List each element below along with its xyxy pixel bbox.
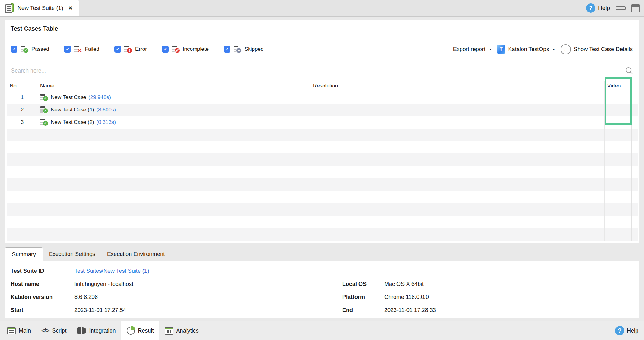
platform-value: Chrome 118.0.0.0 bbox=[384, 294, 639, 300]
pie-chart-icon bbox=[127, 327, 135, 335]
test-case-name: New Test Case bbox=[51, 94, 86, 101]
incomplete-status-icon bbox=[172, 45, 180, 53]
tab-script[interactable]: Script bbox=[36, 321, 72, 340]
chevron-down-icon bbox=[552, 47, 556, 52]
column-header-name[interactable]: Name bbox=[38, 81, 310, 91]
katalon-version-label: Katalon version bbox=[11, 294, 74, 300]
start-label: Start bbox=[11, 307, 74, 314]
analytics-icon bbox=[165, 327, 173, 335]
katalon-testops-button[interactable]: Katalon TestOps bbox=[497, 45, 556, 54]
chevron-down-icon bbox=[488, 47, 492, 52]
test-case-row[interactable]: 2 New Test Case (1) (8.600s) bbox=[7, 104, 638, 116]
filter-skipped[interactable]: Skipped bbox=[224, 45, 263, 53]
search-icon bbox=[624, 66, 634, 77]
passed-status-icon bbox=[40, 94, 48, 101]
filter-label: Passed bbox=[31, 46, 49, 52]
test-case-row[interactable]: 1 New Test Case (29.948s) bbox=[7, 91, 638, 104]
section-title: Test Cases Table bbox=[11, 25, 58, 32]
host-name-label: Host name bbox=[11, 281, 74, 287]
empty-table-row[interactable] bbox=[7, 178, 638, 191]
table-body: 1 New Test Case (29.948s) 2 bbox=[7, 91, 638, 241]
failed-checkbox[interactable] bbox=[64, 46, 71, 53]
test-case-row[interactable]: 3 New Test Case (2) (0.313s) bbox=[7, 116, 638, 129]
show-test-case-details-button[interactable]: Show Test Case Details bbox=[561, 44, 633, 54]
test-suite-id-link[interactable]: Test Suites/New Test Suite (1) bbox=[74, 268, 149, 274]
skipped-status-icon bbox=[233, 45, 242, 53]
tab-new-test-suite[interactable]: New Test Suite (1) bbox=[0, 0, 79, 16]
host-name-value: linh.hnguyen - localhost bbox=[74, 281, 342, 287]
detail-tabs: Summary Execution Settings Execution Env… bbox=[5, 247, 171, 261]
end-label: End bbox=[342, 307, 384, 314]
filter-passed[interactable]: Passed bbox=[11, 45, 49, 53]
test-case-duration: (29.948s) bbox=[88, 94, 111, 101]
test-case-duration: (8.600s) bbox=[97, 107, 116, 113]
passed-status-icon bbox=[40, 119, 48, 126]
testops-icon bbox=[497, 45, 505, 54]
tab-integration[interactable]: Integration bbox=[72, 321, 121, 340]
summary-panel: Test Suite ID Test Suites/New Test Suite… bbox=[5, 261, 639, 318]
column-header-resolution[interactable]: Resolution bbox=[310, 81, 605, 91]
test-cases-panel: Test Cases Table Passed Failed Error bbox=[5, 20, 639, 243]
failed-status-icon bbox=[74, 45, 82, 53]
filter-row: Passed Failed Error Incomplete bbox=[11, 45, 633, 54]
table-header: No. Name Resolution Video bbox=[7, 81, 638, 91]
tab-summary[interactable]: Summary bbox=[5, 247, 43, 262]
passed-status-icon bbox=[40, 106, 48, 114]
tab-main[interactable]: Main bbox=[2, 321, 36, 340]
help-button[interactable]: Help bbox=[586, 3, 610, 13]
test-case-name: New Test Case (1) bbox=[51, 107, 94, 113]
start-value: 2023-11-01 17:27:54 bbox=[74, 307, 342, 314]
tab-execution-settings[interactable]: Execution Settings bbox=[43, 247, 101, 261]
end-value: 2023-11-01 17:28:33 bbox=[384, 307, 639, 314]
empty-table-row[interactable] bbox=[7, 228, 638, 241]
empty-table-row[interactable] bbox=[7, 129, 638, 141]
filter-label: Skipped bbox=[244, 46, 263, 52]
error-checkbox[interactable] bbox=[114, 46, 121, 53]
empty-table-row[interactable] bbox=[7, 216, 638, 228]
empty-table-row[interactable] bbox=[7, 203, 638, 216]
tab-analytics[interactable]: Analytics bbox=[159, 321, 204, 340]
close-tab-icon[interactable] bbox=[68, 5, 73, 12]
empty-table-row[interactable] bbox=[7, 153, 638, 166]
test-suite-icon bbox=[5, 3, 14, 13]
code-icon bbox=[41, 327, 49, 334]
empty-table-row[interactable] bbox=[7, 191, 638, 203]
tab-execution-environment[interactable]: Execution Environment bbox=[101, 247, 171, 261]
local-os-value: Mac OS X 64bit bbox=[384, 281, 639, 287]
export-report-button[interactable]: Export report bbox=[453, 46, 492, 53]
maximize-icon[interactable] bbox=[631, 4, 640, 12]
help-icon bbox=[615, 326, 624, 335]
filter-error[interactable]: Error bbox=[114, 45, 147, 53]
platform-label: Platform bbox=[342, 294, 384, 300]
column-header-video[interactable]: Video bbox=[605, 81, 632, 91]
katalon-version-value: 8.6.8.208 bbox=[74, 294, 342, 300]
footer-help-button[interactable]: Help bbox=[615, 321, 644, 340]
arrow-left-circle-icon bbox=[561, 44, 571, 54]
local-os-label: Local OS bbox=[342, 281, 384, 287]
filter-failed[interactable]: Failed bbox=[64, 45, 99, 53]
window-controls: Help bbox=[586, 0, 644, 16]
integration-icon bbox=[77, 327, 86, 334]
filter-incomplete[interactable]: Incomplete bbox=[162, 45, 209, 53]
search-bar bbox=[7, 64, 637, 78]
tab-result[interactable]: Result bbox=[121, 321, 159, 340]
filter-label: Incomplete bbox=[183, 46, 209, 52]
column-header-no[interactable]: No. bbox=[7, 81, 38, 91]
passed-checkbox[interactable] bbox=[11, 46, 17, 53]
test-case-name: New Test Case (2) bbox=[51, 119, 94, 125]
search-input[interactable] bbox=[7, 64, 637, 78]
incomplete-checkbox[interactable] bbox=[162, 46, 169, 53]
help-icon bbox=[586, 3, 595, 13]
error-status-icon bbox=[124, 45, 132, 53]
main-view-icon bbox=[7, 327, 16, 334]
empty-table-row[interactable] bbox=[7, 141, 638, 153]
test-suite-id-label: Test Suite ID bbox=[11, 268, 74, 274]
skipped-checkbox[interactable] bbox=[224, 46, 230, 53]
test-case-duration: (0.313s) bbox=[97, 119, 116, 125]
empty-table-row[interactable] bbox=[7, 166, 638, 178]
filter-label: Failed bbox=[85, 46, 99, 52]
passed-status-icon bbox=[20, 45, 29, 53]
minimize-icon[interactable] bbox=[616, 6, 626, 10]
test-cases-table: No. Name Resolution Video 1 New Test Cas… bbox=[7, 81, 638, 241]
editor-tabbar: New Test Suite (1) Help bbox=[0, 0, 644, 17]
